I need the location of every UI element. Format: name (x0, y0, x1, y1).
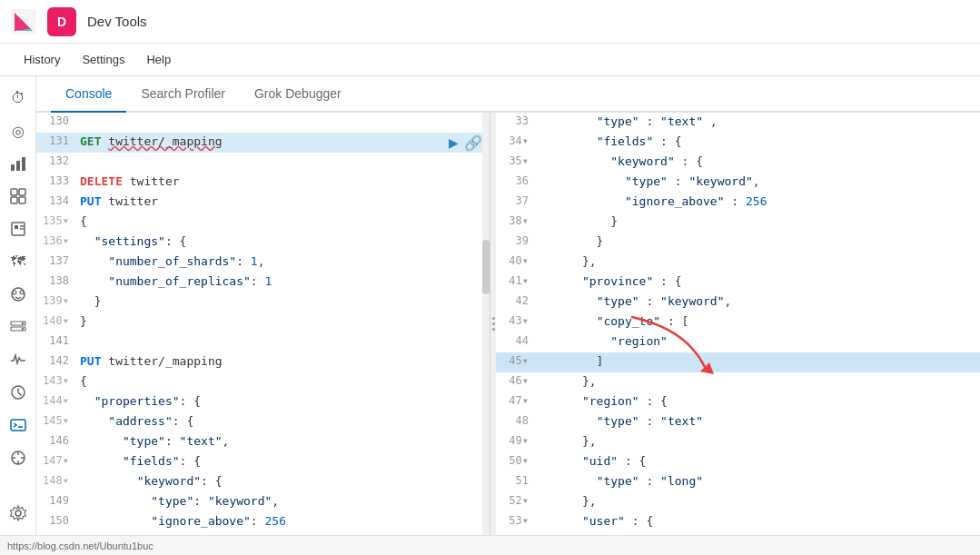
sidebar-icon-uptime[interactable] (4, 378, 33, 407)
table-row: 51 "type" : "long" (496, 472, 980, 492)
table-row: 150 "ignore_above": 256 (36, 512, 490, 532)
url-bar: https://blog.csdn.net/Ubuntu1buc (0, 535, 980, 555)
svg-point-19 (21, 322, 23, 324)
table-row: 143▾ { (36, 372, 490, 392)
table-row: 48 "type" : "text" (496, 412, 980, 432)
table-row: 35▾ "keyword" : { (496, 153, 980, 173)
tabs-bar: Console Search Profiler Grok Debugger (36, 76, 980, 113)
table-row: 41▾ "province" : { (496, 273, 980, 292)
table-row: 132 (36, 153, 490, 173)
svg-rect-9 (19, 197, 25, 203)
table-row: 54 "type" : "text", (496, 532, 980, 535)
table-row: 146 "type": "text", (36, 432, 490, 452)
table-row: 138 "number_of_replicas": 1 (36, 273, 490, 292)
table-row: 49▾ }, (496, 432, 980, 452)
menu-help[interactable]: Help (137, 49, 180, 70)
app-title: Dev Tools (87, 14, 147, 29)
table-row: 44 "region" (496, 332, 980, 352)
left-scrollbar[interactable] (482, 113, 490, 535)
app-icon: D (47, 7, 76, 36)
table-row: 135▾ { (36, 213, 490, 233)
main-content: Console Search Profiler Grok Debugger 13… (36, 76, 980, 535)
sidebar-icon-canvas[interactable] (4, 214, 33, 243)
sidebar-icon-monitoring[interactable] (4, 443, 33, 472)
url-text: https://blog.csdn.net/Ubuntu1buc (7, 540, 153, 551)
table-row: 34▾ "fields" : { (496, 133, 980, 153)
editor-area: 130 131 GET twitter/_mapping ▶ 🔗 (36, 113, 980, 535)
left-editor-content[interactable]: 130 131 GET twitter/_mapping ▶ 🔗 (36, 113, 490, 535)
svg-point-29 (15, 510, 21, 516)
sidebar-icon-dashboard[interactable] (4, 182, 33, 211)
tab-grok-debugger[interactable]: Grok Debugger (240, 76, 356, 113)
run-button[interactable]: ▶ (449, 135, 459, 150)
svg-rect-4 (16, 161, 20, 171)
left-scroll-thumb[interactable] (482, 240, 490, 294)
sidebar: ⏱ ◎ 🗺 (0, 76, 36, 535)
svg-rect-7 (19, 189, 25, 195)
table-row: 140▾ } (36, 312, 490, 332)
sidebar-icon-devtools[interactable] (4, 411, 33, 440)
table-row: 133 DELETE twitter (36, 173, 490, 193)
copy-link-button[interactable]: 🔗 (464, 134, 482, 152)
right-editor-content[interactable]: 33 "type" : "text" , 34▾ "fields" : { 35… (496, 113, 980, 535)
sidebar-icon-ml[interactable] (4, 280, 33, 309)
table-row: 43▾ "copy_to" : [ (496, 312, 980, 332)
table-row: 139▾ } (36, 292, 490, 312)
table-row: 142 PUT twitter/_mapping (36, 352, 490, 372)
resize-dots (492, 317, 495, 331)
table-row: 45▾ ] (496, 352, 980, 372)
table-row: 50▾ "uid" : { (496, 452, 980, 472)
table-row: 53▾ "user" : { (496, 512, 980, 532)
sidebar-icon-maps[interactable]: 🗺 (4, 247, 33, 276)
menu-settings[interactable]: Settings (73, 49, 134, 70)
tab-console[interactable]: Console (51, 76, 126, 113)
table-row: 46▾ }, (496, 372, 980, 392)
svg-point-15 (13, 291, 16, 294)
svg-rect-6 (11, 189, 17, 195)
svg-rect-22 (11, 420, 25, 431)
menu-history[interactable]: History (15, 49, 69, 70)
topbar: D Dev Tools (0, 0, 980, 44)
table-row: 149 "type": "keyword", (36, 492, 490, 512)
table-row: 38▾ } (496, 213, 980, 233)
svg-rect-3 (11, 164, 15, 171)
tab-search-profiler[interactable]: Search Profiler (126, 76, 240, 113)
table-row: 37 "ignore_above" : 256 (496, 193, 980, 213)
kibana-logo (11, 9, 36, 35)
svg-rect-5 (22, 157, 25, 171)
table-row: 145▾ "address": { (36, 412, 490, 432)
sidebar-icon-compass[interactable]: ◎ (4, 116, 33, 145)
sidebar-icon-apm[interactable] (4, 345, 33, 374)
menubar: History Settings Help (0, 44, 980, 76)
table-row: 137 "number_of_shards": 1, (36, 253, 490, 273)
table-row: 144▾ "properties": { (36, 392, 490, 412)
table-row: 40▾ }, (496, 253, 980, 273)
sidebar-icon-management[interactable] (4, 499, 33, 528)
table-row: 52▾ }, (496, 492, 980, 512)
table-row: 131 GET twitter/_mapping ▶ 🔗 (36, 133, 490, 153)
table-row: 42 "type" : "keyword", (496, 292, 980, 312)
table-row: 130 (36, 113, 490, 133)
table-row: 141 (36, 332, 490, 352)
sidebar-icon-infrastructure[interactable] (4, 312, 33, 342)
layout: ⏱ ◎ 🗺 (0, 76, 980, 535)
table-row: 148▾ "keyword": { (36, 472, 490, 492)
left-editor-pane[interactable]: 130 131 GET twitter/_mapping ▶ 🔗 (36, 113, 490, 535)
svg-point-16 (20, 291, 24, 294)
table-row: 36 "type" : "keyword", (496, 173, 980, 193)
sidebar-icon-clock[interactable]: ⏱ (4, 84, 33, 113)
svg-rect-11 (15, 225, 18, 229)
table-row: 39 } (496, 233, 980, 253)
svg-rect-8 (11, 197, 17, 203)
table-row: 147▾ "fields": { (36, 452, 490, 472)
table-row: 136▾ "settings": { (36, 233, 490, 253)
table-row: 33 "type" : "text" , (496, 113, 980, 133)
table-row: 47▾ "region" : { (496, 392, 980, 412)
sidebar-icon-chart[interactable] (4, 149, 33, 178)
table-row: 134 PUT twitter (36, 193, 490, 213)
svg-point-20 (21, 328, 23, 330)
right-editor-pane[interactable]: 33 "type" : "text" , 34▾ "fields" : { 35… (496, 113, 980, 535)
table-row: 151 } (36, 532, 490, 535)
